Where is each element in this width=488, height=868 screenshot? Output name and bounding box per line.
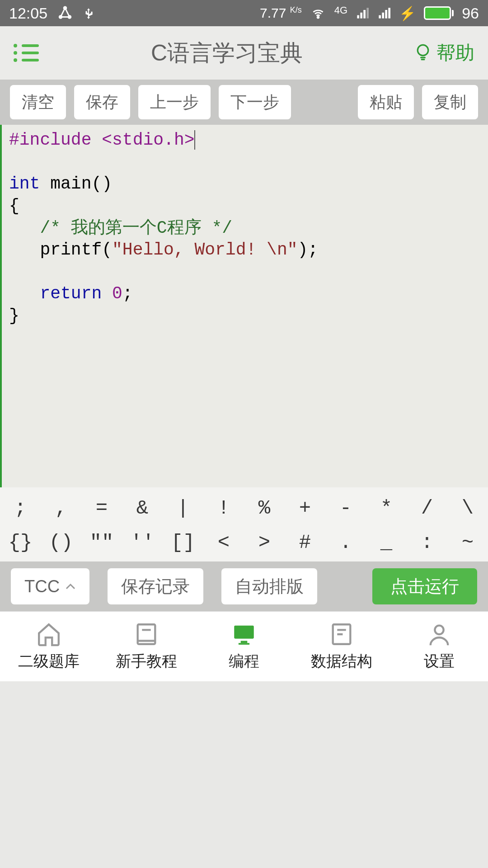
status-bar: 12:05 7.77 K/s 4G ⚡ 96 (0, 0, 488, 26)
nav-data-structure[interactable]: 数据结构 (293, 612, 390, 681)
share-icon (57, 5, 73, 21)
symbol-row-2: {} () "" '' [] < > # . _ : ~ (0, 525, 488, 560)
sym-key[interactable]: < (203, 531, 244, 554)
svg-rect-5 (361, 13, 363, 19)
sym-key[interactable]: > (244, 531, 285, 554)
sym-key[interactable]: . (325, 531, 366, 554)
monitor-icon (231, 621, 257, 647)
sym-key[interactable]: - (325, 497, 366, 519)
clear-button[interactable]: 清空 (10, 85, 66, 119)
help-label: 帮助 (436, 40, 474, 66)
status-speed: 7.77 K/s (260, 5, 302, 21)
svg-rect-8 (379, 15, 381, 19)
compiler-label: TCC (24, 577, 60, 596)
book-icon (133, 621, 160, 647)
svg-rect-4 (357, 15, 360, 19)
sym-key[interactable]: \ (447, 497, 488, 519)
copy-button[interactable]: 复制 (422, 85, 478, 119)
status-time: 12:05 (9, 5, 47, 22)
sym-key[interactable]: () (41, 531, 81, 554)
svg-point-3 (317, 17, 319, 19)
svg-point-18 (435, 626, 443, 634)
sym-key[interactable]: ; (0, 497, 41, 519)
app-header: C语言学习宝典 帮助 (0, 26, 488, 80)
app-title: C语言学习宝典 (39, 38, 415, 68)
sym-key[interactable]: [] (163, 531, 203, 554)
document-icon (328, 621, 355, 647)
nav-label: 二级题库 (18, 651, 80, 672)
user-icon (426, 621, 452, 647)
sym-key[interactable]: _ (366, 531, 407, 554)
svg-rect-15 (241, 641, 248, 643)
battery-icon (424, 6, 454, 20)
sym-key[interactable]: ! (203, 497, 244, 519)
signal-icon-1 (356, 7, 369, 19)
nav-question-bank[interactable]: 二级题库 (0, 612, 98, 681)
nav-tutorial[interactable]: 新手教程 (98, 612, 195, 681)
svg-rect-6 (364, 10, 366, 19)
sym-key[interactable]: ~ (447, 531, 488, 554)
svg-rect-9 (382, 13, 385, 19)
sym-key[interactable]: | (163, 497, 203, 519)
sym-key[interactable]: * (366, 497, 407, 519)
menu-icon[interactable] (14, 44, 39, 62)
svg-rect-11 (389, 8, 391, 18)
chevron-up-icon (65, 583, 76, 590)
usb-icon (83, 5, 94, 21)
nav-label: 编程 (229, 651, 259, 672)
charging-icon: ⚡ (399, 5, 416, 21)
save-button[interactable]: 保存 (74, 85, 130, 119)
svg-rect-7 (367, 8, 369, 18)
action-bar: TCC 保存记录 自动排版 点击运行 (0, 561, 488, 611)
sym-key[interactable]: : (407, 531, 447, 554)
svg-point-12 (418, 45, 428, 55)
svg-rect-10 (385, 10, 388, 19)
nav-label: 数据结构 (311, 651, 372, 672)
sym-key[interactable]: / (407, 497, 447, 519)
run-button[interactable]: 点击运行 (372, 568, 477, 604)
nav-label: 设置 (424, 651, 455, 672)
sym-key[interactable]: & (122, 497, 163, 519)
signal-icon-2 (377, 7, 391, 19)
paste-button[interactable]: 粘贴 (358, 85, 414, 119)
help-button[interactable]: 帮助 (415, 40, 474, 66)
sym-key[interactable]: + (285, 497, 325, 519)
home-icon (36, 621, 62, 647)
code-editor[interactable]: #include <stdio.h> int main() { /* 我的第一个… (0, 125, 488, 487)
next-button[interactable]: 下一步 (219, 85, 291, 119)
sym-key[interactable]: % (244, 497, 285, 519)
svg-rect-16 (239, 643, 249, 645)
symbol-row-1: ; , = & | ! % + - * / \ (0, 491, 488, 525)
prev-button[interactable]: 上一步 (138, 85, 211, 119)
compiler-button[interactable]: TCC (11, 568, 89, 604)
bulb-icon (415, 43, 431, 63)
sym-key[interactable]: , (41, 497, 81, 519)
wifi-icon (310, 7, 326, 19)
toolbar: 清空 保存 上一步 下一步 粘贴 复制 (0, 80, 488, 125)
svg-rect-14 (234, 626, 254, 639)
nav-label: 新手教程 (116, 651, 177, 672)
sym-key[interactable]: '' (122, 531, 163, 554)
bottom-nav: 二级题库 新手教程 编程 数据结构 设置 (0, 611, 488, 681)
sym-key[interactable]: = (81, 497, 122, 519)
symbol-keyboard: ; , = & | ! % + - * / \ {} () "" '' [] <… (0, 487, 488, 561)
battery-percent: 96 (462, 5, 479, 22)
sym-key[interactable]: "" (81, 531, 122, 554)
nav-coding[interactable]: 编程 (195, 612, 293, 681)
network-type: 4G (334, 5, 347, 16)
auto-format-button[interactable]: 自动排版 (221, 568, 317, 604)
save-log-button[interactable]: 保存记录 (108, 568, 203, 604)
sym-key[interactable]: # (285, 531, 325, 554)
sym-key[interactable]: {} (0, 531, 41, 554)
nav-settings[interactable]: 设置 (390, 612, 488, 681)
